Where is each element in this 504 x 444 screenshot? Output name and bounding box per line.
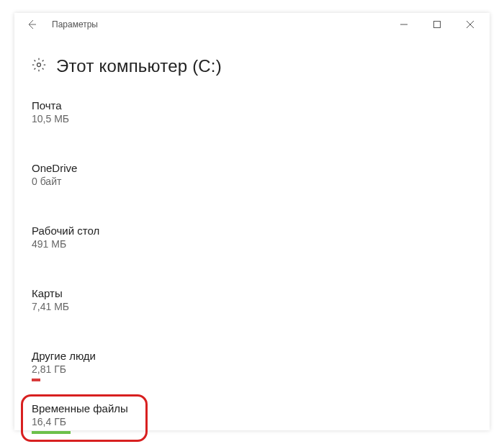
item-name: Почта: [32, 99, 176, 112]
close-icon: [467, 21, 474, 28]
storage-item-desktop[interactable]: Рабочий стол 491 МБ: [32, 225, 176, 250]
gear-icon: [32, 58, 46, 75]
item-size: 7,41 МБ: [32, 301, 176, 312]
item-name: Рабочий стол: [32, 225, 176, 237]
storage-item-mail[interactable]: Почта 10,5 МБ: [32, 99, 176, 124]
item-name: Временные файлы: [32, 402, 128, 414]
svg-rect-0: [434, 22, 441, 28]
item-size: 16,4 ГБ: [32, 416, 128, 427]
minimize-button[interactable]: [387, 13, 420, 36]
storage-item-onedrive[interactable]: OneDrive 0 байт: [32, 162, 176, 187]
storage-item-temp-files[interactable]: Временные файлы 16,4 ГБ: [21, 394, 148, 442]
storage-item-maps[interactable]: Карты 7,41 МБ: [32, 287, 176, 312]
window-title: Параметры: [52, 19, 387, 30]
item-bar: [32, 379, 40, 381]
page-title: Этот компьютер (C:): [56, 56, 222, 76]
titlebar: Параметры: [14, 13, 490, 36]
item-size: 0 байт: [32, 176, 176, 187]
storage-list: Почта 10,5 МБ OneDrive 0 байт Рабочий ст…: [32, 99, 472, 444]
maximize-button[interactable]: [420, 13, 454, 36]
back-button[interactable]: [17, 13, 46, 36]
item-name: Карты: [32, 287, 176, 299]
item-size: 2,81 ГБ: [32, 363, 176, 375]
maximize-icon: [433, 21, 441, 28]
content-area: Этот компьютер (C:) Почта 10,5 МБ OneDri…: [14, 36, 490, 444]
close-button[interactable]: [454, 13, 487, 36]
minimize-icon: [400, 21, 408, 28]
item-name: Другие люди: [32, 350, 176, 362]
item-bar: [32, 431, 71, 434]
settings-window: Параметры Этот компьютер (C:): [14, 13, 490, 430]
item-size: 491 МБ: [32, 238, 176, 250]
arrow-left-icon: [26, 19, 37, 30]
svg-point-1: [37, 63, 41, 67]
page-header: Этот компьютер (C:): [32, 56, 472, 76]
window-controls: [387, 13, 487, 36]
item-size: 10,5 МБ: [32, 113, 176, 124]
storage-item-other-people[interactable]: Другие люди 2,81 ГБ: [32, 350, 176, 381]
item-name: OneDrive: [32, 162, 176, 174]
